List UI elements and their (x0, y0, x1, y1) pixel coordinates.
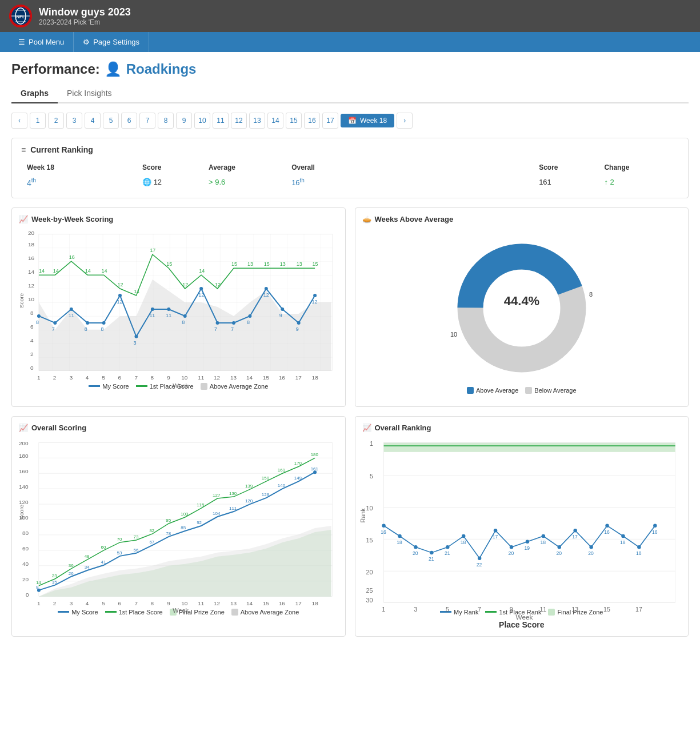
week-navigation: ‹ 1 2 3 4 5 6 7 8 9 10 11 12 13 14 15 16… (11, 113, 689, 129)
col-change-header: Change (599, 161, 678, 174)
svg-text:17: 17 (492, 534, 498, 540)
week-15[interactable]: 15 (286, 113, 302, 129)
svg-text:180: 180 (19, 453, 29, 459)
svg-text:104: 104 (213, 511, 221, 516)
week-12[interactable]: 12 (231, 113, 247, 129)
page-settings-button[interactable]: ⚙ Page Settings (74, 32, 149, 52)
svg-text:11: 11 (539, 606, 546, 613)
legend-below: Below Average (525, 387, 576, 394)
svg-text:14: 14 (39, 268, 45, 274)
svg-text:20: 20 (366, 568, 373, 575)
svg-text:13: 13 (571, 606, 578, 613)
svg-text:Score: Score (18, 504, 25, 519)
week-2[interactable]: 2 (48, 113, 64, 129)
week-chart-svg: 0 2 4 6 8 10 12 14 16 18 20 Score (19, 228, 338, 377)
week-18-current[interactable]: 📅 Week 18 (341, 114, 394, 127)
svg-text:5: 5 (102, 600, 106, 606)
week-6[interactable]: 6 (121, 113, 137, 129)
nfl-logo: NFL (9, 5, 32, 27)
svg-point-43 (118, 294, 122, 297)
week-4[interactable]: 4 (85, 113, 101, 129)
svg-text:20: 20 (413, 550, 418, 556)
week-16[interactable]: 16 (304, 113, 320, 129)
svg-text:95: 95 (166, 518, 171, 523)
week-13[interactable]: 13 (249, 113, 265, 129)
svg-point-200 (446, 545, 449, 549)
week-3[interactable]: 3 (66, 113, 82, 129)
svg-text:15: 15 (166, 261, 172, 267)
svg-text:26: 26 (69, 570, 74, 576)
svg-text:111: 111 (229, 506, 237, 511)
svg-text:5: 5 (369, 473, 373, 480)
week-5[interactable]: 5 (103, 113, 119, 129)
ranking-table: Week 18 Score Average Overall Score Chan… (21, 160, 679, 191)
overall-scoring-svg: 0 20 40 60 80 100 120 140 160 180 200 (19, 437, 338, 602)
svg-text:9: 9 (296, 326, 299, 332)
week-9[interactable]: 9 (176, 113, 192, 129)
svg-text:NFL: NFL (16, 14, 25, 19)
week-1[interactable]: 1 (30, 113, 46, 129)
line-chart-icon3: 📈 (362, 424, 371, 432)
week-chart-title: 📈 Week-by-Week Scoring (19, 215, 338, 223)
pool-menu-button[interactable]: ☰ Pool Menu (9, 32, 74, 52)
svg-text:161: 161 (311, 466, 319, 472)
charts-row-1: 📈 Week-by-Week Scoring 0 2 4 6 8 (11, 207, 689, 407)
week-11[interactable]: 11 (213, 113, 229, 129)
svg-point-206 (541, 534, 545, 537)
prev-week-button[interactable]: ‹ (11, 113, 27, 129)
ranking-row: 4th 🌐 12 > 9.6 16th (22, 175, 678, 190)
week-8[interactable]: 8 (158, 113, 174, 129)
svg-text:10: 10 (366, 505, 373, 512)
svg-text:20: 20 (22, 576, 29, 582)
svg-text:17: 17 (295, 374, 302, 380)
svg-text:12: 12 (214, 374, 221, 380)
svg-text:0: 0 (26, 591, 29, 597)
svg-text:34: 34 (85, 564, 90, 569)
ranking-title: Current Ranking (30, 145, 93, 154)
svg-text:13: 13 (280, 261, 286, 267)
svg-point-203 (493, 529, 497, 532)
svg-text:21: 21 (444, 550, 450, 556)
svg-text:8: 8 (36, 319, 39, 325)
legend-above: Above Average (467, 387, 518, 394)
svg-text:14: 14 (85, 268, 91, 274)
gear-icon: ⚙ (83, 38, 90, 46)
svg-text:149: 149 (294, 476, 302, 481)
svg-text:13: 13 (230, 374, 237, 380)
main-content: Performance: 👤 Roadkings Graphs Pick Ins… (0, 52, 700, 755)
overall-scoring-chart: 📈 Overall Scoring 0 20 40 60 80 100 120 … (11, 416, 346, 637)
week-10[interactable]: 10 (194, 113, 210, 129)
col-score-header: Score (138, 161, 203, 174)
legend-my-score-os: My Score (58, 609, 98, 616)
week-14[interactable]: 14 (267, 113, 283, 129)
nav-bar: ☰ Pool Menu ⚙ Page Settings (0, 32, 700, 52)
svg-text:14: 14 (246, 600, 253, 606)
svg-text:139: 139 (245, 484, 253, 489)
svg-text:78: 78 (166, 531, 171, 536)
svg-text:16: 16 (651, 529, 657, 534)
svg-text:53: 53 (117, 550, 122, 555)
svg-point-51 (248, 314, 251, 318)
svg-text:18: 18 (620, 540, 626, 545)
svg-text:Score: Score (18, 293, 25, 307)
tab-pick-insights[interactable]: Pick Insights (58, 84, 121, 102)
svg-text:22: 22 (476, 561, 482, 567)
svg-text:11: 11 (69, 313, 74, 318)
svg-point-40 (70, 307, 73, 311)
week-7[interactable]: 7 (139, 113, 155, 129)
svg-text:7: 7 (231, 326, 234, 332)
next-week-button[interactable]: › (397, 113, 413, 129)
legend-above-avg-os: Above Average Zone (231, 609, 299, 616)
svg-text:15: 15 (231, 261, 237, 267)
week-17[interactable]: 17 (322, 113, 338, 129)
svg-text:13: 13 (297, 261, 302, 267)
svg-text:16: 16 (604, 529, 610, 534)
svg-point-196 (382, 524, 385, 527)
current-ranking-section: ≡ Current Ranking Week 18 Score Average … (11, 138, 689, 198)
svg-text:48: 48 (85, 553, 90, 558)
svg-text:30: 30 (366, 597, 373, 604)
rank-value: 4th (27, 178, 36, 187)
svg-text:25: 25 (366, 586, 373, 593)
tab-graphs[interactable]: Graphs (11, 84, 58, 103)
svg-text:8: 8 (182, 319, 185, 325)
